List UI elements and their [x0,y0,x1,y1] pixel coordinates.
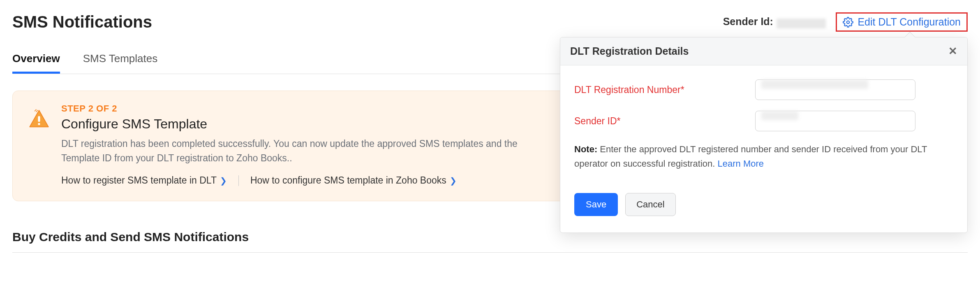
help-link-configure-zoho[interactable]: How to configure SMS template in Zoho Bo… [250,175,457,186]
divider [12,252,968,253]
svg-point-0 [847,21,850,23]
sender-id: Sender Id: [723,16,826,28]
warning-icon [28,107,51,130]
sender-id-label: Sender Id: [723,16,773,27]
dlt-details-popover: DLT Registration Details ✕ DLT Registrat… [560,37,968,233]
edit-dlt-config-link[interactable]: Edit DLT Configuration [836,12,968,32]
save-button[interactable]: Save [574,193,618,216]
gear-icon [843,17,853,28]
tab-overview[interactable]: Overview [12,52,60,74]
reg-number-label: DLT Registration Number* [574,84,755,95]
note-text: Note: Enter the approved DLT registered … [574,142,953,171]
tab-sms-templates[interactable]: SMS Templates [83,52,158,74]
divider [238,175,239,186]
learn-more-link[interactable]: Learn More [718,158,764,169]
info-desc: DLT registration has been completed succ… [61,137,555,165]
popover-title: DLT Registration Details [570,45,689,57]
help-link-label-2: How to configure SMS template in Zoho Bo… [250,175,446,186]
edit-dlt-label: Edit DLT Configuration [858,16,961,28]
reg-number-input[interactable] [755,79,915,100]
form-row-sender-id: Sender ID* [574,111,953,131]
cancel-button[interactable]: Cancel [625,193,675,216]
button-row: Save Cancel [574,193,953,216]
page-title: SMS Notifications [12,13,152,31]
chevron-right-icon: ❯ [450,176,457,186]
sender-id-field-label: Sender ID* [574,116,755,127]
popover-header: DLT Registration Details ✕ [560,37,967,65]
popover-body: DLT Registration Number* Sender ID* Note… [560,65,967,233]
help-link-register-dlt[interactable]: How to register SMS template in DLT ❯ [61,175,227,186]
chevron-right-icon: ❯ [220,176,227,186]
sender-id-value [777,19,826,28]
svg-point-2 [38,123,40,125]
header: SMS Notifications Sender Id: Edit DLT Co… [12,12,968,32]
form-row-reg-number: DLT Registration Number* [574,79,953,100]
close-icon[interactable]: ✕ [948,45,957,58]
note-label: Note: [574,144,597,154]
sender-id-input[interactable] [755,111,915,131]
help-link-label-1: How to register SMS template in DLT [61,175,217,186]
header-actions: Sender Id: Edit DLT Configuration [723,12,968,32]
svg-rect-1 [38,116,40,122]
